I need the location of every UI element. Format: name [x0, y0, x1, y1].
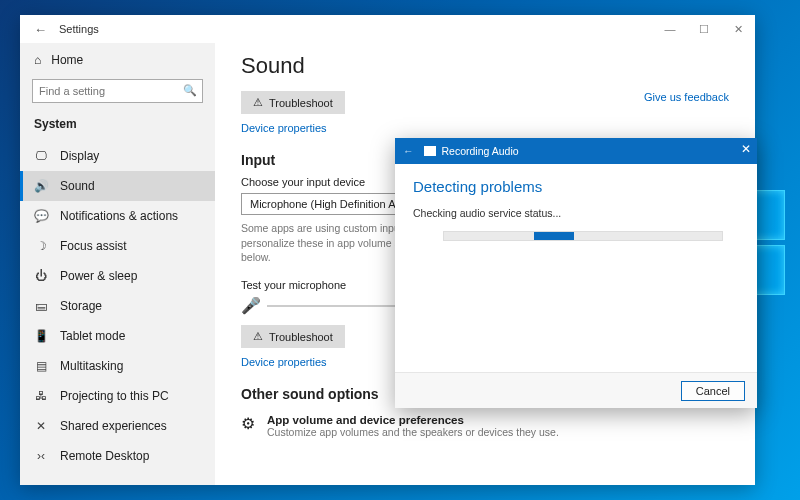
troubleshoot-output-button[interactable]: ⚠ Troubleshoot	[241, 91, 345, 114]
troubleshooter-heading: Detecting problems	[413, 178, 739, 195]
warning-icon: ⚠	[253, 96, 263, 109]
sidebar-item-label: Remote Desktop	[60, 449, 149, 463]
sidebar-item-icon: 🖵	[34, 149, 48, 163]
maximize-button[interactable]: ☐	[687, 15, 721, 43]
sidebar-item-label: Sound	[60, 179, 95, 193]
device-properties-link-input[interactable]: Device properties	[241, 356, 327, 368]
sidebar-item-icon: ✕	[34, 419, 48, 433]
troubleshooter-status: Checking audio service status...	[413, 207, 739, 219]
troubleshooter-title: Recording Audio	[442, 145, 519, 157]
page-heading: Sound	[241, 53, 729, 79]
sidebar-item-sound[interactable]: 🔊Sound	[20, 171, 215, 201]
sidebar-item-multitasking[interactable]: ▤Multitasking	[20, 351, 215, 381]
sidebar-item-icon: 💬	[34, 209, 48, 223]
troubleshooter-close-button[interactable]: ✕	[741, 142, 751, 156]
minimize-button[interactable]: —	[653, 15, 687, 43]
sidebar-item-storage[interactable]: 🖴Storage	[20, 291, 215, 321]
sidebar-item-notifications-actions[interactable]: 💬Notifications & actions	[20, 201, 215, 231]
titlebar: ← Settings — ☐ ✕	[20, 15, 755, 43]
search-input[interactable]	[32, 79, 203, 103]
troubleshooter-dialog: ← Recording Audio ✕ Detecting problems C…	[395, 138, 757, 408]
sidebar-item-label: Projecting to this PC	[60, 389, 169, 403]
sidebar-item-label: Display	[60, 149, 99, 163]
sidebar-item-label: Tablet mode	[60, 329, 125, 343]
sidebar-item-label: Focus assist	[60, 239, 127, 253]
sidebar-item-label: Notifications & actions	[60, 209, 178, 223]
home-icon: ⌂	[34, 53, 41, 67]
close-button[interactable]: ✕	[721, 15, 755, 43]
troubleshooter-titlebar: ← Recording Audio ✕	[395, 138, 757, 164]
sidebar-item-shared-experiences[interactable]: ✕Shared experiences	[20, 411, 215, 441]
search-icon: 🔍	[183, 84, 197, 97]
sidebar-item-projecting-to-this-pc[interactable]: 🖧Projecting to this PC	[20, 381, 215, 411]
window-title: Settings	[59, 23, 99, 35]
troubleshooter-back-button[interactable]: ←	[403, 145, 414, 157]
sidebar: ⌂ Home 🔍 System 🖵Display🔊Sound💬Notificat…	[20, 43, 215, 485]
sidebar-item-label: Shared experiences	[60, 419, 167, 433]
troubleshoot-input-button[interactable]: ⚠ Troubleshoot	[241, 325, 345, 348]
give-feedback-link[interactable]: Give us feedback	[644, 91, 729, 103]
sidebar-item-label: Storage	[60, 299, 102, 313]
device-properties-link-output[interactable]: Device properties	[241, 122, 327, 134]
back-button[interactable]: ←	[26, 22, 55, 37]
sidebar-item-focus-assist[interactable]: ☽Focus assist	[20, 231, 215, 261]
sidebar-item-label: Power & sleep	[60, 269, 137, 283]
troubleshooter-cancel-button[interactable]: Cancel	[681, 381, 745, 401]
app-volume-sub: Customize app volumes and the speakers o…	[267, 426, 559, 438]
warning-icon: ⚠	[253, 330, 263, 343]
sidebar-item-display[interactable]: 🖵Display	[20, 141, 215, 171]
sidebar-item-icon: ›‹	[34, 449, 48, 463]
troubleshooter-icon	[424, 146, 436, 156]
troubleshooter-progress	[443, 231, 723, 241]
sliders-icon: ⚙	[241, 414, 255, 433]
sidebar-item-label: Multitasking	[60, 359, 123, 373]
sidebar-item-icon: 🔊	[34, 179, 48, 193]
sidebar-item-icon: ⏻	[34, 269, 48, 283]
app-volume-row[interactable]: ⚙ App volume and device preferences Cust…	[241, 410, 729, 442]
sidebar-item-icon: 🖧	[34, 389, 48, 403]
sidebar-item-tablet-mode[interactable]: 📱Tablet mode	[20, 321, 215, 351]
search-box[interactable]: 🔍	[32, 79, 203, 103]
sidebar-item-icon: 🖴	[34, 299, 48, 313]
sidebar-item-icon: ☽	[34, 239, 48, 253]
sidebar-item-icon: 📱	[34, 329, 48, 343]
sidebar-home[interactable]: ⌂ Home	[20, 43, 215, 77]
microphone-icon: 🎤	[241, 296, 261, 315]
sidebar-item-remote-desktop[interactable]: ›‹Remote Desktop	[20, 441, 215, 471]
sidebar-section-label: System	[20, 111, 215, 137]
sidebar-home-label: Home	[51, 53, 83, 67]
sidebar-item-power-sleep[interactable]: ⏻Power & sleep	[20, 261, 215, 291]
sidebar-item-icon: ▤	[34, 359, 48, 373]
app-volume-title: App volume and device preferences	[267, 414, 559, 426]
